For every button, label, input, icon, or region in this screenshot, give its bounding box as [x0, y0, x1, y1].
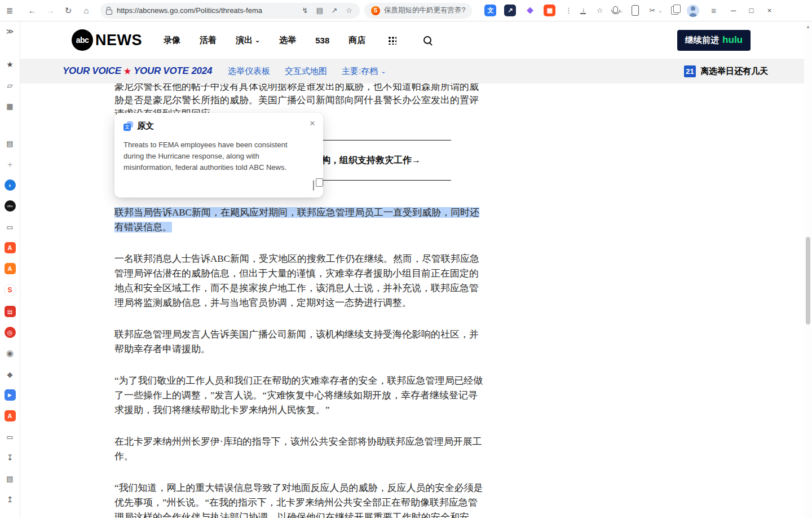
sidebar-collapse-icon[interactable]: ≫: [5, 25, 16, 37]
sidebar-app-icon-orange-a3[interactable]: A: [5, 410, 16, 422]
article-paragraph: “为了我们敬业的工作人员和我们正在帮助的灾难幸存者的安全，联邦应急管理局已经做了…: [114, 374, 487, 418]
sidebar-app-icon-sogou[interactable]: S: [4, 284, 16, 296]
sidebar-download-icon[interactable]: ↧: [5, 452, 16, 463]
your-voice-your-vote-logo[interactable]: YOUR VOICE ★ YOUR VOTE 2024: [63, 65, 212, 77]
hulu-brand-label: hulu: [722, 34, 743, 46]
selected-paragraph: 联邦当局告诉ABC新闻，在飓风应对期间，联邦应急管理局员工一直受到威胁，同时还有…: [114, 205, 487, 235]
downloads-button[interactable]: ↓: [580, 7, 586, 14]
sidebar-app-icon-gray-1[interactable]: ◉: [5, 348, 16, 359]
sidebar-add-icon[interactable]: ＋: [5, 159, 16, 170]
election-countdown: 21 离选举日还有几天: [684, 65, 768, 77]
translate-extension-icon[interactable]: 文: [484, 5, 496, 16]
sidebar-folder-icon[interactable]: ▱: [5, 80, 16, 91]
orange-extension-icon[interactable]: ▦: [544, 5, 555, 16]
article-paragraph: “我们知道，网上的重大错误信息导致了对地面反应人员的威胁，反应人员的安全必须是优…: [114, 481, 487, 518]
url-text: https://abcnews.go.com/Politics/threats-…: [117, 6, 295, 15]
related-link[interactable]: 构，组织支持救灾工作→: [321, 155, 421, 166]
share-icon[interactable]: ↗: [329, 5, 339, 17]
sidebar-app-icon-card[interactable]: ▭: [5, 221, 16, 232]
sidebar-contacts-icon[interactable]: ▤: [5, 138, 16, 149]
nav-item-shows-label: 演出: [236, 35, 253, 46]
nav-item-538[interactable]: 538: [315, 36, 329, 45]
article-body: 联邦当局告诉ABC新闻，在飓风应对期间，联邦应急管理局员工一直受到威胁，同时还有…: [114, 205, 487, 518]
countdown-days-badge: 21: [684, 65, 696, 77]
sidebar-upload-icon[interactable]: ↥: [5, 494, 16, 505]
favorites-button[interactable]: ☆: [594, 5, 604, 17]
countdown-label: 离选举日还有几天: [700, 66, 768, 77]
profile-avatar[interactable]: [687, 5, 699, 17]
yvyv-vote: YOUR VOTE: [134, 65, 188, 77]
tabs-icon[interactable]: [671, 6, 678, 15]
home-button[interactable]: ⌂: [80, 5, 92, 17]
popup-close-button[interactable]: ×: [310, 118, 315, 128]
sidebar-spacer: [10, 121, 11, 128]
link-election-dashboard[interactable]: 选举仪表板: [228, 66, 270, 77]
election-banner: YOUR VOICE ★ YOUR VOTE 2024 选举仪表板 交互式地图 …: [20, 59, 804, 84]
minimize-button[interactable]: ─: [727, 6, 740, 15]
sidebar-app-icon-orange-a2[interactable]: A: [5, 263, 16, 274]
back-button[interactable]: ←: [26, 5, 38, 17]
browser-tools-group: ↓ ☆ ⌄ ✂ ⌄ ≡: [580, 5, 720, 17]
sidebar-apps-grid-icon[interactable]: ▦: [5, 100, 16, 112]
nav-item-video[interactable]: 录像: [164, 35, 180, 46]
link-primary-archive[interactable]: 主要:存档 ⌄: [342, 66, 386, 77]
translate-logo-front-square: 文: [123, 124, 131, 131]
voice-button[interactable]: ⌄: [613, 6, 623, 15]
article-paragraph: 联邦应急管理局发言人告诉美国广播公司新闻，该机构继续支持受海伦影响的社区，并帮助…: [114, 327, 487, 357]
nav-item-shop[interactable]: 商店: [348, 35, 365, 46]
yvyv-year: 2024: [191, 65, 212, 77]
sidebar-app-icon-red-square[interactable]: ▤: [5, 306, 16, 317]
star-icon: ★: [124, 67, 131, 76]
address-bar[interactable]: https://abcnews.go.com/Politics/threats-…: [100, 3, 360, 19]
article-paragraph: 在北卡罗来纳州州长罗伊·库珀的指导下，该州公共安全部将协助联邦应急管理局开展工作…: [114, 434, 487, 464]
sidebar-spacer: [10, 46, 11, 49]
scrollbar-up-arrow[interactable]: ▲: [804, 24, 812, 29]
hulu-promo-label: 继续前进: [685, 35, 719, 46]
ai-spark-extension-icon[interactable]: ❖: [524, 5, 536, 16]
extensions-more-icon[interactable]: ⋮: [563, 5, 573, 17]
apps-grid-icon[interactable]: [388, 36, 396, 45]
sidebar-app-icon-black-circle[interactable]: obo: [5, 200, 16, 212]
bookmark-star-icon[interactable]: ☆: [344, 5, 354, 17]
close-button[interactable]: ×: [763, 6, 776, 15]
sidebar-app-icon-gray-2[interactable]: ◆: [5, 368, 16, 380]
link-primary-archive-label: 主要:存档: [342, 66, 378, 77]
screenshot-button[interactable]: ✂ ⌄: [647, 5, 663, 17]
sidebar-app-icon-blue-circle[interactable]: ◗: [5, 179, 16, 191]
sidebar-app-icon-red-circle[interactable]: ◎: [5, 327, 16, 338]
reading-list-icon[interactable]: ≣: [3, 5, 16, 17]
nav-item-shows[interactable]: 演出 ⌄: [236, 35, 260, 46]
abc-news-wordmark[interactable]: NEWS: [95, 32, 142, 49]
abc-main-nav: 录像 活着 演出 ⌄ 选举 538 商店: [164, 35, 365, 46]
link-interactive-map[interactable]: 交互式地图: [285, 66, 327, 77]
copy-icon: [313, 180, 314, 191]
page-viewport: abc NEWS 录像 活着 演出 ⌄ 选举 538 商店 继续前进 hulu …: [20, 21, 804, 518]
phone-connect-button[interactable]: [632, 5, 639, 16]
page-scrollbar[interactable]: ▲: [804, 21, 812, 518]
maximize-button[interactable]: □: [745, 6, 758, 15]
nav-item-elections[interactable]: 选举: [279, 35, 296, 46]
translation-popup: 文 原文 × Threats to FEMA employees have be…: [114, 113, 323, 197]
sogou-icon: S: [371, 6, 380, 15]
forward-button[interactable]: →: [44, 5, 56, 17]
abc-logo[interactable]: abc: [72, 29, 93, 51]
sidebar-app-icon-blue-square[interactable]: ▶: [5, 389, 16, 401]
scrollbar-thumb[interactable]: [806, 237, 810, 324]
refresh-button[interactable]: ↻: [62, 5, 74, 17]
hulu-promo-button[interactable]: 继续前进 hulu: [677, 30, 751, 51]
window-controls: ─ □ ×: [727, 6, 776, 15]
sidebar-app-icon-orange-a1[interactable]: A: [5, 242, 16, 253]
dark-extension-icon[interactable]: ↗: [504, 5, 516, 16]
menu-button[interactable]: ≡: [708, 5, 720, 17]
hot-search-chip[interactable]: S 保质期短的牛奶更有营养?: [364, 3, 472, 19]
sidebar-favorites-icon[interactable]: ★: [5, 59, 16, 70]
nav-item-live[interactable]: 活着: [200, 35, 217, 46]
search-icon[interactable]: [423, 36, 431, 44]
sidebar-app-icon-wallet[interactable]: ▭: [5, 431, 16, 442]
reader-mode-icon[interactable]: ▤: [315, 5, 325, 17]
popup-title: 原文: [137, 121, 154, 131]
scissors-icon: ✂: [647, 5, 657, 17]
sidebar-print-icon[interactable]: ▤: [5, 473, 16, 484]
send-to-device-icon[interactable]: ↯: [300, 5, 310, 17]
popup-copy-button[interactable]: [313, 181, 314, 191]
